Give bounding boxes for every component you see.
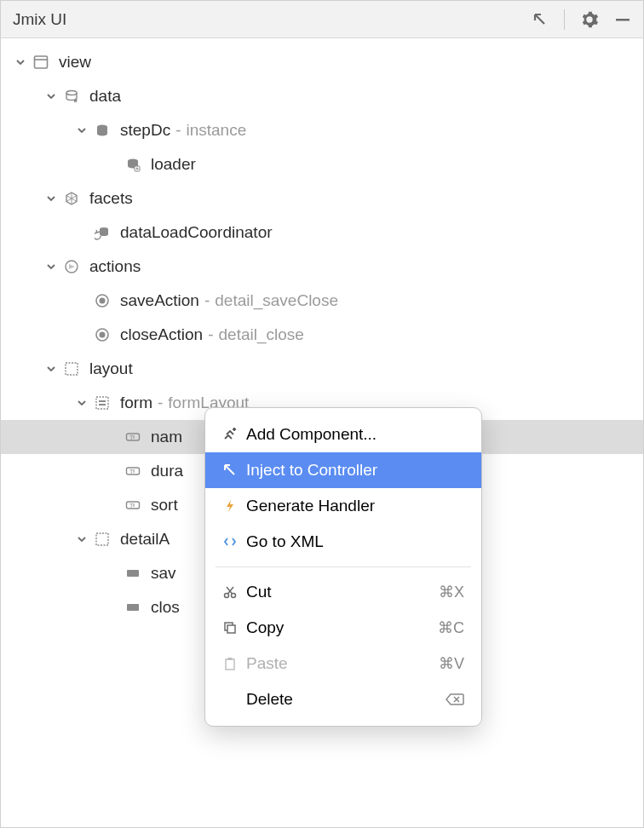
copy-icon bbox=[222, 618, 246, 637]
chevron-down-icon[interactable] bbox=[74, 395, 89, 411]
node-label: saveAction bbox=[120, 291, 199, 310]
tree-node-saveaction[interactable]: saveAction - detail_saveClose bbox=[1, 284, 643, 318]
node-label: facets bbox=[89, 189, 133, 208]
svg-rect-37 bbox=[227, 658, 233, 660]
menu-label: Copy bbox=[246, 618, 438, 637]
textfield-icon: T bbox=[124, 428, 142, 446]
node-suffix: instance bbox=[186, 121, 246, 140]
menu-add-component[interactable]: Add Component... bbox=[205, 417, 481, 452]
tree-node-closeaction[interactable]: closeAction - detail_close bbox=[1, 318, 643, 352]
tree-node-loader[interactable]: loader bbox=[1, 147, 643, 181]
node-label: layout bbox=[89, 359, 133, 378]
menu-label: Generate Handler bbox=[246, 497, 464, 515]
svg-rect-16 bbox=[99, 400, 106, 402]
paste-icon bbox=[222, 654, 246, 673]
svg-rect-35 bbox=[227, 625, 235, 633]
menu-generate-handler[interactable]: Generate Handler bbox=[205, 488, 481, 524]
menu-paste: Paste ⌘V bbox=[205, 646, 481, 681]
tree-node-facets[interactable]: facets bbox=[1, 181, 643, 216]
tree-node-layout[interactable]: layout bbox=[1, 352, 643, 386]
chevron-down-icon[interactable] bbox=[43, 259, 59, 274]
svg-point-13 bbox=[100, 332, 106, 338]
node-suffix: detail_close bbox=[219, 325, 304, 344]
tree-node-stepdc[interactable]: stepDc - instance bbox=[1, 113, 643, 147]
node-label: stepDc bbox=[120, 121, 170, 140]
chevron-down-icon[interactable] bbox=[13, 55, 28, 70]
database-star-icon bbox=[62, 87, 81, 106]
cut-icon bbox=[222, 583, 246, 601]
inject-icon bbox=[222, 461, 246, 480]
menu-separator bbox=[216, 566, 471, 567]
textfield-icon: T bbox=[124, 496, 142, 515]
svg-text:T: T bbox=[129, 434, 134, 440]
svg-rect-1 bbox=[35, 56, 48, 68]
svg-rect-29 bbox=[127, 604, 139, 611]
svg-point-3 bbox=[66, 91, 77, 95]
button-icon bbox=[124, 598, 142, 617]
svg-point-33 bbox=[232, 594, 236, 598]
svg-text:T: T bbox=[129, 503, 134, 509]
menu-delete[interactable]: Delete bbox=[205, 681, 481, 717]
svg-rect-17 bbox=[99, 404, 106, 405]
action-icon bbox=[93, 291, 112, 310]
menu-label: Cut bbox=[246, 583, 439, 601]
node-label: sav bbox=[151, 564, 176, 583]
inject-icon[interactable] bbox=[532, 11, 549, 28]
minimize-icon[interactable] bbox=[614, 11, 631, 28]
actions-icon bbox=[62, 257, 81, 276]
window-icon bbox=[32, 53, 50, 72]
svg-rect-27 bbox=[96, 533, 108, 545]
layout-icon bbox=[93, 530, 112, 549]
menu-label: Go to XML bbox=[246, 532, 464, 551]
tree-node-data[interactable]: data bbox=[1, 79, 643, 113]
svg-point-11 bbox=[100, 298, 106, 304]
textfield-icon: T bbox=[124, 462, 142, 480]
chevron-down-icon[interactable] bbox=[43, 89, 59, 104]
menu-inject-to-controller[interactable]: Inject to Controller bbox=[205, 452, 481, 488]
panel-header: Jmix UI bbox=[1, 1, 643, 38]
node-label: dura bbox=[151, 462, 183, 480]
facets-icon bbox=[62, 189, 81, 208]
svg-rect-15 bbox=[96, 397, 108, 409]
chevron-down-icon[interactable] bbox=[74, 532, 89, 547]
tree-node-view[interactable]: view bbox=[1, 45, 643, 79]
svg-rect-0 bbox=[616, 19, 630, 21]
svg-text:T: T bbox=[129, 469, 134, 474]
menu-label: Add Component... bbox=[246, 425, 464, 444]
menu-label: Paste bbox=[246, 654, 439, 673]
node-label: dataLoadCoordinator bbox=[120, 223, 273, 242]
menu-shortcut: ⌘C bbox=[438, 618, 464, 637]
node-label: actions bbox=[89, 257, 141, 276]
menu-copy[interactable]: Copy ⌘C bbox=[205, 610, 481, 646]
panel-title: Jmix UI bbox=[13, 10, 66, 29]
node-suffix: detail_saveClose bbox=[215, 291, 338, 310]
refresh-db-icon bbox=[93, 223, 112, 242]
chevron-down-icon[interactable] bbox=[43, 361, 59, 377]
delete-key-icon bbox=[444, 693, 464, 706]
svg-rect-14 bbox=[66, 363, 78, 375]
menu-go-to-xml[interactable]: Go to XML bbox=[205, 524, 481, 560]
context-menu: Add Component... Inject to Controller Ge… bbox=[204, 407, 482, 727]
lightning-icon bbox=[222, 497, 246, 515]
node-label: form bbox=[120, 394, 152, 412]
chevron-down-icon[interactable] bbox=[74, 123, 89, 138]
menu-label: Inject to Controller bbox=[246, 461, 464, 480]
svg-point-32 bbox=[225, 594, 229, 598]
add-component-icon bbox=[222, 425, 246, 444]
button-icon bbox=[124, 564, 142, 583]
tree-node-dataloadcoordinator[interactable]: dataLoadCoordinator bbox=[1, 216, 643, 250]
panel-toolbar bbox=[532, 9, 631, 30]
gear-icon[interactable] bbox=[580, 10, 599, 29]
node-label: view bbox=[59, 53, 91, 72]
loader-icon bbox=[124, 155, 142, 174]
node-label: detailA bbox=[120, 530, 170, 549]
node-label: nam bbox=[151, 428, 182, 446]
menu-shortcut: ⌘X bbox=[439, 583, 464, 601]
tree-node-actions[interactable]: actions bbox=[1, 250, 643, 284]
node-label: closeAction bbox=[120, 325, 203, 344]
menu-label: Delete bbox=[246, 690, 444, 709]
node-label: data bbox=[89, 87, 121, 106]
menu-cut[interactable]: Cut ⌘X bbox=[205, 574, 481, 610]
chevron-down-icon[interactable] bbox=[43, 191, 59, 206]
toolbar-divider bbox=[564, 9, 565, 30]
